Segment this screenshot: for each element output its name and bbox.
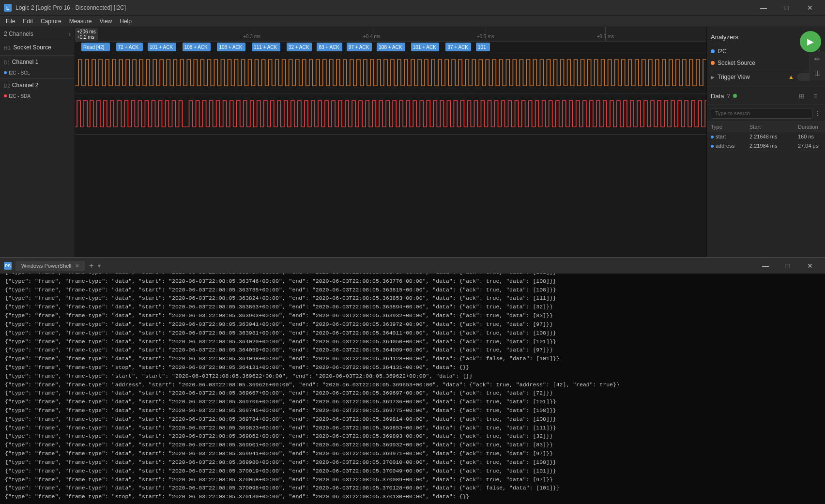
menu-help[interactable]: Help: [116, 17, 136, 26]
socket-source-label: Socket Source: [14, 44, 51, 51]
main-layout: 2 Channels ‹ H0. Socket Source D1 Channe…: [0, 27, 825, 504]
ann-11: 97 + ACK: [445, 43, 471, 51]
channel-d1: D1 Channel 1 I2C - SCL: [0, 56, 75, 79]
terminal-line: {"type": "frame", "frame-type": "data", …: [5, 449, 820, 458]
terminal-line: {"type": "frame", "frame-type": "data", …: [5, 337, 820, 346]
col-duration: Duration: [798, 124, 825, 130]
cursor-time: +206 ms +0.2 ms: [75, 28, 98, 41]
terminal-tab[interactable]: Windows PowerShell ✕: [15, 261, 85, 271]
address-type-dot: [711, 145, 714, 148]
minimize-button[interactable]: —: [752, 0, 775, 15]
app-title: Logic 2 [Logic Pro 16 - Disconnected] [I…: [15, 4, 752, 11]
marker-06: [605, 27, 606, 41]
marker-03: [252, 27, 252, 41]
i2c-dot: [711, 49, 715, 53]
terminal-line: {"type": "frame", "frame-type": "data", …: [5, 441, 820, 449]
search-menu-button[interactable]: ⋮: [814, 109, 821, 117]
terminal-line: {"type": "frame", "frame-type": "data", …: [5, 294, 820, 303]
collapse-button[interactable]: ‹: [68, 30, 71, 38]
channel2-tag: I2C - SDA: [4, 93, 31, 99]
row-start-type: start: [711, 134, 749, 139]
terminal-line: {"type": "frame", "frame-type": "data", …: [5, 484, 820, 492]
run-button[interactable]: ▶: [800, 31, 821, 52]
menu-edit[interactable]: Edit: [19, 17, 37, 26]
channel-h0: H0. Socket Source: [0, 41, 75, 56]
terminal-line: {"type": "frame", "frame-type": "data", …: [5, 354, 820, 363]
ann-5: 111 + ACK: [252, 43, 280, 51]
menubar: File Edit Capture Measure View Help: [0, 15, 825, 27]
scl-waveform: [75, 52, 706, 93]
i2c-label: I2C: [718, 48, 813, 55]
ann-3: 108 + ACK: [183, 43, 211, 51]
app-icon: L: [4, 4, 12, 12]
channels-label: 2 Channels: [4, 31, 33, 37]
d2-index: D2: [4, 83, 10, 89]
trigger-label: Trigger View: [718, 74, 785, 80]
data-row-start[interactable]: start 2.21648 ms 160 ns: [707, 132, 825, 141]
ann-2: 101 + ACK: [148, 43, 176, 51]
ann-7: 83 + ACK: [317, 43, 342, 51]
help-icon[interactable]: ?: [727, 93, 730, 99]
terminal-line: {"type": "frame", "frame-type": "data", …: [5, 303, 820, 311]
terminal-line: {"type": "frame", "frame-type": "data", …: [5, 274, 820, 277]
channel1-tag: I2C - SCL: [4, 70, 30, 76]
grid-view-button[interactable]: ⊞: [796, 90, 808, 102]
terminal-line: {"type": "frame", "frame-type": "data", …: [5, 406, 820, 415]
terminal-body: {"type": "frame", "frame-type": "data", …: [0, 274, 825, 504]
col-type: Type: [711, 124, 749, 130]
timeline-ruler: +206 ms +0.2 ms +0.3 ms +0.4 ms +0.5 ms …: [75, 27, 706, 42]
svg-text:L: L: [6, 5, 9, 11]
analyzers-title: Analyzers: [711, 33, 738, 41]
close-button[interactable]: ✕: [799, 0, 821, 15]
ann-1: 72 + ACK: [116, 43, 143, 51]
annotation-bar: Read [42] 72 + ACK 101 + ACK 108 + ACK 1…: [75, 42, 706, 52]
ann-4: 108 + ACK: [217, 43, 245, 51]
marker-04: [372, 27, 372, 41]
tab-arrow-button[interactable]: ▾: [98, 262, 101, 269]
maximize-button[interactable]: □: [776, 0, 798, 15]
menu-file[interactable]: File: [2, 17, 19, 26]
menu-measure[interactable]: Measure: [65, 17, 96, 26]
terminal-line: {"type": "frame", "frame-type": "data", …: [5, 277, 820, 286]
d1-index: D1: [4, 60, 10, 65]
tab-add-button[interactable]: +: [89, 261, 93, 270]
row-start-time: 2.21648 ms: [749, 134, 798, 139]
menu-capture[interactable]: Capture: [37, 17, 65, 26]
trigger-row: ▶ Trigger View ▲ ✕: [711, 71, 821, 83]
data-search-input[interactable]: [711, 108, 812, 119]
terminal-controls: — □ ✕: [754, 258, 821, 274]
pencil-tool-button[interactable]: ✏: [811, 53, 823, 65]
h0-index: H0.: [4, 46, 12, 51]
waveform-row-scl: [75, 52, 706, 93]
terminal-line: {"type": "frame", "frame-type": "data", …: [5, 432, 820, 441]
channel-d2: D2 Channel 2 I2C - SDA: [0, 79, 75, 102]
tab-close-button[interactable]: ✕: [75, 263, 79, 269]
terminal-line: {"type": "frame", "frame-type": "data", …: [5, 320, 820, 329]
terminal-close[interactable]: ✕: [799, 258, 821, 274]
data-title: Data: [711, 92, 724, 100]
terminal-minimize[interactable]: —: [754, 258, 777, 274]
terminal-line: {"type": "frame", "frame-type": "data", …: [5, 389, 820, 397]
terminal-line: {"type": "frame", "frame-type": "data", …: [5, 286, 820, 294]
menu-view[interactable]: View: [95, 17, 116, 26]
data-row-address[interactable]: address 2.21984 ms 27.04 μs: [707, 141, 825, 151]
terminal-line: {"type": "frame", "frame-type": "data", …: [5, 397, 820, 406]
start-type-dot: [711, 136, 714, 138]
ann-10: 101 + ACK: [411, 43, 440, 51]
ruler-tool-button[interactable]: ◫: [811, 67, 823, 78]
ann-0: Read [42]: [81, 43, 110, 51]
channel2-label: Channel 2: [12, 82, 39, 89]
terminal-titlebar: PS Windows PowerShell ✕ + ▾ — □ ✕: [0, 258, 825, 274]
marker-05: [486, 27, 486, 41]
analyzer-socket[interactable]: Socket Source ✓: [711, 58, 821, 68]
terminal-line: {"type": "frame", "frame-type": "data", …: [5, 329, 820, 337]
terminal-maximize[interactable]: □: [777, 258, 799, 274]
terminal-line: {"type": "frame", "frame-type": "data", …: [5, 458, 820, 467]
row-address-duration: 27.04 μs: [798, 143, 825, 149]
waveform-row-sda: [75, 93, 706, 135]
sda-waveform: [75, 93, 706, 134]
row-address-type: address: [711, 143, 749, 149]
list-view-button[interactable]: ≡: [810, 90, 821, 102]
channels-header: 2 Channels ‹: [0, 27, 75, 41]
terminal-line: {"type": "frame", "frame-type": "data", …: [5, 424, 820, 432]
